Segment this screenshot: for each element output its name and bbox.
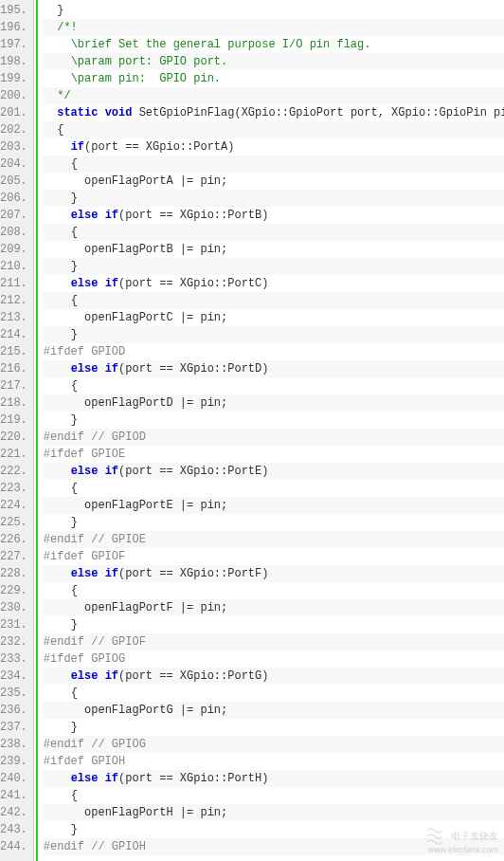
code-token: else if: [71, 772, 118, 785]
line-number: 209.: [0, 241, 29, 258]
code-token: }: [57, 4, 63, 17]
code-line[interactable]: else if(port == XGpio::PortH): [44, 770, 504, 787]
line-number: 219.: [0, 412, 29, 429]
line-number: 206.: [0, 190, 29, 207]
line-number: 232.: [0, 633, 29, 650]
code-line[interactable]: }: [44, 190, 504, 207]
code-token: \param port: GPIO port.: [71, 55, 228, 68]
code-token: #endif // GPIOH: [44, 840, 146, 853]
code-line[interactable]: #endif // GPIOF: [44, 633, 504, 650]
line-number: 220.: [0, 429, 29, 446]
line-number: 243.: [0, 821, 29, 838]
code-line[interactable]: else if(port == XGpio::PortE): [44, 463, 504, 480]
code-token: (port == XGpio::PortE): [118, 465, 268, 478]
code-token: openFlagPortC |= pin;: [84, 311, 227, 324]
code-editor[interactable]: 195.196.197.198.199.200.201.202.203.204.…: [0, 0, 504, 861]
code-line[interactable]: {: [44, 156, 504, 173]
code-line[interactable]: #ifdef GPIOF: [44, 548, 504, 565]
code-area[interactable]: } /*! \brief Set the general purpose I/O…: [38, 0, 504, 861]
code-line[interactable]: }: [44, 412, 504, 429]
code-token: {: [71, 294, 78, 307]
code-line[interactable]: openFlagPortB |= pin;: [44, 241, 504, 258]
code-token: \param pin: GPIO pin.: [71, 72, 221, 85]
code-token: else if: [71, 277, 118, 290]
code-line[interactable]: {: [44, 582, 504, 599]
code-token: }: [71, 328, 78, 341]
code-token: }: [71, 192, 78, 205]
code-token: openFlagPortE |= pin;: [84, 499, 227, 512]
code-line[interactable]: }: [44, 2, 504, 19]
code-line[interactable]: #endif // GPIOH: [44, 838, 504, 855]
code-line[interactable]: {: [44, 787, 504, 804]
code-line[interactable]: }: [44, 258, 504, 275]
code-line[interactable]: static void SetGpioPinFlag(XGpio::GpioPo…: [44, 104, 504, 121]
code-line[interactable]: */: [44, 87, 504, 104]
code-token: openFlagPortD |= pin;: [84, 396, 227, 410]
code-line[interactable]: {: [44, 685, 504, 702]
code-token: (port == XGpio::PortD): [118, 362, 268, 376]
code-line[interactable]: }: [44, 514, 504, 531]
line-number: 224.: [0, 497, 29, 514]
line-number-gutter: 195.196.197.198.199.200.201.202.203.204.…: [0, 0, 34, 861]
code-line[interactable]: #ifdef GPIOE: [44, 446, 504, 463]
code-line[interactable]: else if(port == XGpio::PortD): [44, 360, 504, 377]
line-number: 215.: [0, 343, 29, 360]
code-line[interactable]: openFlagPortE |= pin;: [44, 497, 504, 514]
line-number: 226.: [0, 531, 29, 548]
code-line[interactable]: \param pin: GPIO pin.: [44, 70, 504, 87]
code-line[interactable]: \brief Set the general purpose I/O pin f…: [44, 36, 504, 53]
code-token: (port == XGpio::PortA): [84, 140, 234, 154]
code-line[interactable]: {: [44, 377, 504, 394]
line-number: 238.: [0, 736, 29, 753]
code-line[interactable]: openFlagPortF |= pin;: [44, 599, 504, 616]
code-line[interactable]: {: [44, 224, 504, 241]
code-token: {: [71, 584, 78, 597]
line-number: 240.: [0, 770, 29, 787]
code-line[interactable]: #endif // GPIOD: [44, 429, 504, 446]
line-number: 237.: [0, 719, 29, 736]
code-token: SetGpioPinFlag(XGpio::GpioPort port, XGp…: [132, 106, 504, 119]
code-line[interactable]: else if(port == XGpio::PortF): [44, 565, 504, 582]
line-number: 205.: [0, 173, 29, 190]
line-number: 229.: [0, 582, 29, 599]
code-line[interactable]: else if(port == XGpio::PortC): [44, 275, 504, 292]
code-token: }: [71, 823, 78, 836]
code-line[interactable]: #ifdef GPIOH: [44, 753, 504, 770]
code-token: #ifdef GPIOG: [44, 652, 125, 666]
code-line[interactable]: #ifdef GPIOG: [44, 650, 504, 668]
line-number: 221.: [0, 446, 29, 463]
code-line[interactable]: }: [44, 821, 504, 838]
code-token: if: [71, 140, 84, 154]
line-number: 239.: [0, 753, 29, 770]
code-token: else if: [71, 465, 118, 478]
code-line[interactable]: }: [44, 326, 504, 343]
code-line[interactable]: {: [44, 480, 504, 497]
code-line[interactable]: openFlagPortH |= pin;: [44, 804, 504, 821]
line-number: 198.: [0, 53, 29, 70]
code-line[interactable]: {: [44, 292, 504, 309]
code-line[interactable]: openFlagPortA |= pin;: [44, 173, 504, 190]
code-line[interactable]: {: [44, 121, 504, 138]
code-line[interactable]: openFlagPortC |= pin;: [44, 309, 504, 326]
code-line[interactable]: #endif // GPIOE: [44, 531, 504, 548]
code-token: #ifdef GPIOF: [44, 550, 125, 563]
code-line[interactable]: }: [44, 616, 504, 633]
code-line[interactable]: else if(port == XGpio::PortB): [44, 207, 504, 224]
code-line[interactable]: #endif // GPIOG: [44, 736, 504, 753]
line-number: 222.: [0, 463, 29, 480]
code-token: {: [71, 226, 78, 239]
code-token: }: [71, 260, 78, 273]
code-line[interactable]: openFlagPortG |= pin;: [44, 702, 504, 719]
code-line[interactable]: if(port == XGpio::PortA): [44, 138, 504, 156]
code-line[interactable]: /*!: [44, 19, 504, 36]
code-line[interactable]: #ifdef GPIOD: [44, 343, 504, 360]
code-line[interactable]: }: [44, 719, 504, 736]
code-line[interactable]: else if(port == XGpio::PortG): [44, 668, 504, 685]
line-number: 234.: [0, 668, 29, 685]
line-number: 217.: [0, 377, 29, 394]
code-token: #endif // GPIOF: [44, 635, 146, 649]
code-token: \brief Set the general purpose I/O pin f…: [71, 38, 371, 51]
code-line[interactable]: openFlagPortD |= pin;: [44, 394, 504, 412]
code-line[interactable]: \param port: GPIO port.: [44, 53, 504, 70]
code-token: {: [71, 789, 78, 802]
